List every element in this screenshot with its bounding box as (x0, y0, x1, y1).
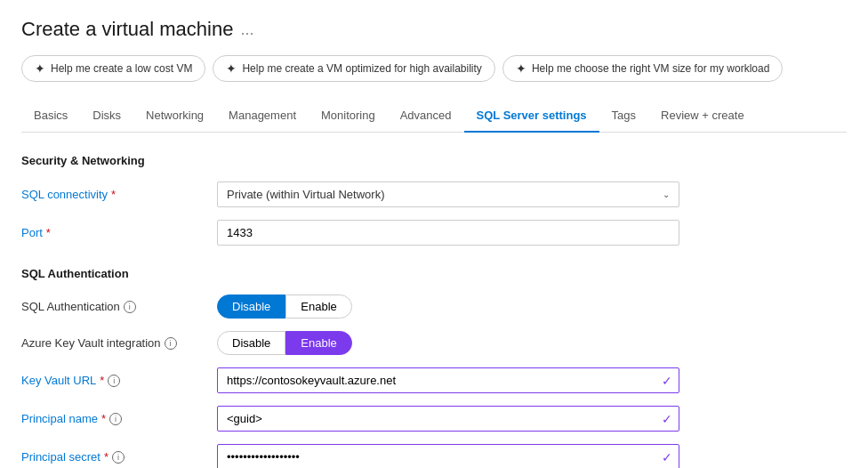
principal-name-row: Principal name * i ✓ (21, 406, 847, 432)
sql-connectivity-control: Private (within Virtual Network) ⌄ (217, 182, 679, 207)
port-label: Port * (21, 226, 217, 239)
principal-secret-required: * (104, 450, 108, 464)
azure-key-vault-toggle: Disable Enable (217, 331, 679, 355)
principal-name-input-wrap: ✓ (217, 406, 679, 432)
security-networking-title: Security & Networking (21, 154, 847, 167)
ai-right-size-button[interactable]: ✦ Help me choose the right VM size for m… (502, 55, 783, 82)
chevron-down-icon: ⌄ (663, 190, 670, 199)
key-vault-url-input[interactable] (217, 367, 679, 393)
principal-secret-input-wrap: ✓ (217, 444, 679, 468)
principal-secret-input[interactable] (217, 444, 679, 468)
key-vault-url-input-wrap: ✓ (217, 367, 679, 393)
azure-key-vault-disable-button[interactable]: Disable (217, 331, 285, 355)
check-icon: ✓ (662, 374, 672, 388)
tab-bar: Basics Disks Networking Management Monit… (21, 100, 847, 133)
ai-high-availability-button[interactable]: ✦ Help me create a VM optimized for high… (213, 55, 494, 82)
tab-management[interactable]: Management (216, 100, 309, 133)
sql-connectivity-required: * (111, 188, 116, 201)
sql-auth-label: SQL Authentication i (21, 300, 217, 313)
key-vault-url-control: ✓ (217, 367, 679, 393)
azure-key-vault-enable-button[interactable]: Enable (285, 331, 351, 355)
sparkle-icon: ✦ (35, 61, 45, 76)
tab-review-create[interactable]: Review + create (648, 100, 757, 133)
ai-buttons-container: ✦ Help me create a low cost VM ✦ Help me… (21, 55, 847, 82)
principal-name-info-icon[interactable]: i (109, 413, 122, 425)
sparkle-icon-2: ✦ (226, 61, 237, 76)
principal-name-required: * (101, 412, 106, 425)
sql-auth-info-icon[interactable]: i (124, 301, 136, 313)
principal-name-control: ✓ (217, 406, 679, 432)
key-vault-url-info-icon[interactable]: i (108, 375, 120, 387)
principal-name-label: Principal name * i (21, 412, 217, 425)
page-title-container: Create a virtual machine ... (21, 18, 847, 41)
sparkle-icon-3: ✦ (516, 61, 526, 76)
tab-networking[interactable]: Networking (133, 100, 216, 133)
principal-secret-info-icon[interactable]: i (112, 451, 125, 464)
sql-connectivity-label: SQL connectivity * (21, 188, 217, 201)
azure-key-vault-label: Azure Key Vault integration i (21, 336, 217, 350)
tab-monitoring[interactable]: Monitoring (309, 100, 388, 133)
key-vault-url-label: Key Vault URL * i (21, 374, 217, 387)
check-icon-3: ✓ (662, 450, 672, 464)
key-vault-url-row: Key Vault URL * i ✓ (21, 367, 847, 393)
sql-auth-toggle: Disable Enable (217, 295, 679, 319)
tab-disks[interactable]: Disks (80, 100, 133, 133)
page-title-ellipsis: ... (240, 20, 253, 39)
page-title: Create a virtual machine (21, 18, 233, 41)
sql-auth-toggle-wrap: Disable Enable (217, 295, 679, 319)
sql-authentication-section: SQL Authentication SQL Authentication i … (21, 267, 847, 468)
sql-connectivity-row: SQL connectivity * Private (within Virtu… (21, 182, 847, 207)
azure-key-vault-toggle-wrap: Disable Enable (217, 331, 679, 355)
principal-secret-control: ✓ (217, 444, 679, 468)
principal-name-input[interactable] (217, 406, 679, 432)
tab-basics[interactable]: Basics (21, 100, 80, 133)
ai-low-cost-button[interactable]: ✦ Help me create a low cost VM (21, 55, 205, 82)
sql-authentication-title: SQL Authentication (21, 267, 847, 280)
port-control (217, 220, 679, 246)
key-vault-url-required: * (100, 374, 104, 387)
tab-advanced[interactable]: Advanced (388, 100, 464, 133)
azure-key-vault-row: Azure Key Vault integration i Disable En… (21, 331, 847, 355)
sql-auth-disable-button[interactable]: Disable (217, 295, 285, 319)
port-row: Port * (21, 220, 847, 246)
sql-auth-row: SQL Authentication i Disable Enable (21, 295, 847, 319)
port-input[interactable] (217, 220, 679, 246)
security-networking-section: Security & Networking SQL connectivity *… (21, 154, 847, 246)
tab-sql-server-settings[interactable]: SQL Server settings (464, 100, 599, 133)
port-required: * (46, 226, 51, 239)
sql-connectivity-dropdown[interactable]: Private (within Virtual Network) ⌄ (217, 182, 679, 207)
azure-key-vault-info-icon[interactable]: i (165, 337, 177, 350)
sql-auth-enable-button[interactable]: Enable (285, 295, 351, 319)
principal-secret-row: Principal secret * i ✓ (21, 444, 847, 468)
tab-tags[interactable]: Tags (599, 100, 648, 133)
check-icon-2: ✓ (662, 412, 672, 426)
principal-secret-label: Principal secret * i (21, 450, 217, 464)
